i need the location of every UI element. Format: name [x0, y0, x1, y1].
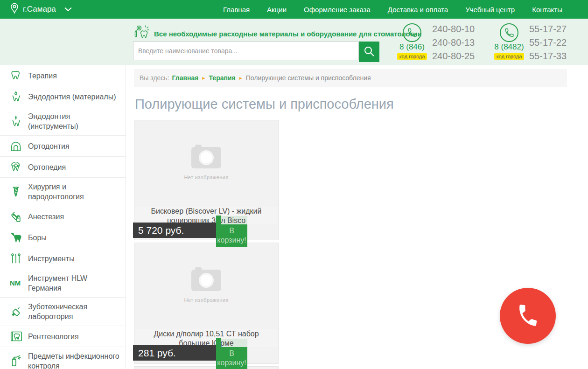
- sidebar-item-surgery-periodontology[interactable]: Хирургия и пародонтология: [0, 178, 126, 206]
- svg-text:NM: NM: [10, 279, 21, 287]
- city-code-badge: код города: [494, 53, 525, 60]
- nav-home[interactable]: Главная: [223, 6, 250, 14]
- add-to-cart-button-strip: [216, 216, 221, 227]
- product-card: [134, 366, 279, 369]
- camera-icon: [191, 147, 221, 168]
- sidebar-item-label: Зуботехническая лаборотория: [28, 302, 122, 321]
- phone-icon: [403, 23, 421, 42]
- city-selector[interactable]: г.Самара: [10, 3, 72, 16]
- phone-number: 240-80-13: [432, 36, 475, 49]
- search-input[interactable]: [133, 42, 359, 60]
- sidebar-item-label: Ортопедия: [28, 162, 66, 172]
- add-to-cart-button-strip: [216, 338, 221, 350]
- sidebar-item-instruments[interactable]: Инструменты: [0, 248, 126, 269]
- sidebar-item-label: Боры: [28, 233, 47, 243]
- tagline: Все необходимые расходные материалы и об…: [133, 24, 421, 43]
- location-pin-icon: [10, 3, 19, 16]
- product-card: Нет изображения Бисковер (Biscover LV) -…: [134, 120, 279, 240]
- sidebar-item-radiology[interactable]: Рентгенология: [0, 326, 126, 347]
- no-image-placeholder: Нет изображения: [134, 243, 278, 303]
- breadcrumb: Вы здесь: Главная ▸ Терапия ▸ Полирующие…: [134, 69, 567, 87]
- phone-number: 240-80-10: [432, 22, 475, 36]
- sidebar-item-endodontics-materials[interactable]: Эндодонтия (материалы): [0, 86, 126, 107]
- xray-icon: [9, 330, 28, 342]
- camera-icon: [191, 270, 221, 291]
- product-list: Нет изображения Бисковер (Biscover LV) -…: [134, 120, 280, 369]
- search-box: [133, 42, 359, 60]
- product-name[interactable]: Бисковер (Biscover LV) - жидкий полировщ…: [134, 207, 278, 224]
- spray-icon: [9, 355, 28, 368]
- sidebar-item-endodontics-instruments[interactable]: Эндодонтия (инструменты): [0, 107, 126, 136]
- breadcrumb-prefix: Вы здесь:: [140, 74, 169, 82]
- product-name[interactable]: Диски д/полир 10,51 СТ набор большие Кор…: [134, 329, 278, 347]
- implant-icon: [9, 185, 28, 198]
- sidebar-item-label: Эндодонтия (материалы): [28, 92, 116, 102]
- no-image-label: Нет изображения: [134, 297, 278, 303]
- phone-handset-icon: [515, 303, 540, 329]
- sidebar-item-burs[interactable]: Боры: [0, 227, 126, 248]
- syringe-icon: [9, 210, 28, 223]
- tooth-gum-icon: [9, 140, 28, 152]
- sidebar-item-label: Хирургия и пародонтология: [28, 182, 122, 202]
- breadcrumb-arrow-icon: ▸: [202, 75, 205, 81]
- sidebar-item-label: Ортодонтия: [28, 141, 70, 151]
- search-icon: [363, 45, 375, 59]
- bur-tooth-icon: [9, 231, 28, 244]
- phone-city-code: 8 (8482): [492, 42, 526, 52]
- phone-number: 240-80-25: [432, 49, 475, 63]
- instruments-icon: [9, 252, 28, 265]
- sidebar-item-infection-control[interactable]: Предметы инфекционного контроля: [0, 347, 126, 369]
- sidebar-item-orthodontics[interactable]: Ортодонтия: [0, 136, 126, 157]
- phone-number: 55-17-33: [529, 49, 567, 63]
- tooth-braces-icon: [9, 161, 28, 173]
- sidebar-item-therapy[interactable]: Терапия: [0, 65, 126, 86]
- no-image-placeholder: Нет изображения: [134, 120, 278, 180]
- sidebar-item-label: Предметы инфекционного контроля: [28, 351, 122, 369]
- page-title: Полирующие системы и приспособления: [135, 97, 588, 112]
- tooth-drop-icon: [9, 91, 28, 103]
- chevron-down-icon: [64, 7, 72, 12]
- nav-training-center[interactable]: Учебный центр: [465, 6, 515, 14]
- sidebar-item-anesthesia[interactable]: Анестезия: [0, 206, 126, 227]
- page: г.Самара Главная Акции Оформление заказа…: [0, 0, 588, 369]
- sidebar-item-label: Терапия: [28, 71, 57, 81]
- sidebar-item-label: Анестезия: [28, 212, 64, 222]
- phone-city-code: 8 (846): [395, 42, 429, 52]
- product-card: Нет изображения Диски д/полир 10,51 СТ н…: [134, 243, 279, 364]
- phone-group-samara: 8 (846) код города 240-80-10 240-80-13 2…: [395, 22, 488, 63]
- phone-icon: [500, 23, 518, 42]
- sidebar-item-orthopedics[interactable]: Ортопедия: [0, 157, 126, 178]
- lab-tube-icon: [9, 305, 28, 318]
- sidebar-item-dental-lab[interactable]: Зуботехническая лаборотория: [0, 298, 126, 326]
- nav-checkout[interactable]: Оформление заказа: [304, 6, 371, 14]
- dental-tools-icon: [133, 24, 150, 43]
- city-code-badge: код города: [397, 53, 427, 60]
- sidebar-item-label: Инструмент HLW Германия: [28, 273, 122, 293]
- product-price: 281 руб.: [133, 345, 216, 361]
- header: Все необходимые расходные материалы и об…: [0, 19, 588, 65]
- nav-delivery-payment[interactable]: Доставка и оплата: [388, 6, 448, 14]
- phone-group-tolyatti: 8 (8482) код города 55-17-27 55-17-22 55…: [492, 22, 585, 63]
- nav-promotions[interactable]: Акции: [267, 6, 287, 14]
- topbar: г.Самара Главная Акции Оформление заказа…: [0, 0, 588, 19]
- nav-contacts[interactable]: Контакты: [532, 6, 562, 14]
- sidebar-item-label: Рентгенология: [28, 332, 79, 341]
- phone-number: 55-17-22: [529, 36, 567, 49]
- sidebar-item-label: Эндодонтия (инструменты): [28, 111, 122, 131]
- no-image-label: Нет изображения: [134, 174, 278, 180]
- breadcrumb-section[interactable]: Терапия: [209, 74, 236, 82]
- breadcrumb-current: Полирующие системы и приспособления: [246, 74, 371, 82]
- tooth-icon: [9, 70, 28, 82]
- nm-logo-icon: NM: [9, 278, 28, 288]
- breadcrumb-home[interactable]: Главная: [172, 74, 199, 82]
- phone-number: 55-17-27: [529, 22, 567, 36]
- sidebar-item-label: Инструменты: [28, 254, 75, 264]
- product-price: 5 720 руб.: [133, 223, 216, 238]
- category-sidebar: Терапия Эндодонтия (материалы) Эндодонти…: [0, 65, 126, 369]
- search-button[interactable]: [359, 42, 379, 62]
- city-name[interactable]: г.Самара: [23, 5, 56, 14]
- callback-fab-button[interactable]: [500, 288, 556, 344]
- tooth-file-icon: [9, 115, 28, 127]
- sidebar-item-hlw-germany[interactable]: NM Инструмент HLW Германия: [0, 269, 126, 298]
- top-nav: Главная Акции Оформление заказа Доставка…: [223, 6, 562, 14]
